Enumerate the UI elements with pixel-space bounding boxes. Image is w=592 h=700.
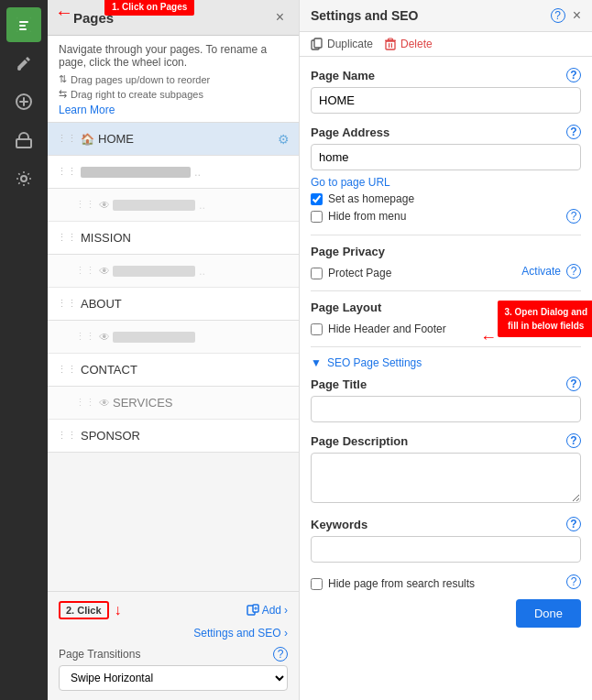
page-privacy-row: Page Privacy Protect Page Activate ? [311, 245, 581, 279]
duplicate-button[interactable]: Duplicate [311, 38, 373, 50]
pages-sidebar-icon[interactable] [6, 7, 41, 42]
page-layout-row: Page Layout Hide Header and Footer ? 3. … [311, 301, 581, 335]
page-description-help[interactable]: ? [566, 433, 581, 448]
activate-link[interactable]: Activate [521, 265, 561, 278]
duplicate-icon [311, 38, 323, 50]
page-item-services[interactable]: ⋮⋮ 👁 SERVICES [48, 387, 299, 420]
settings-header: Settings and SEO ? × [300, 0, 592, 32]
page-name-input[interactable] [311, 87, 581, 114]
transitions-select[interactable]: Swipe Horizontal Fade None [59, 665, 288, 691]
arrow-down-annotation: ↓ [115, 602, 122, 618]
page-name-services: SERVICES [113, 396, 290, 410]
page-description-label: Page Description [311, 434, 408, 448]
page-name-about: ABOUT [81, 297, 290, 311]
hide-menu-checkbox[interactable] [311, 211, 323, 223]
page-item-7[interactable]: ⋮⋮ 👁 [48, 321, 299, 354]
settings-header-right: ? × [551, 7, 581, 24]
hide-search-checkbox[interactable] [311, 578, 323, 590]
page-address-help[interactable]: ? [566, 125, 581, 139]
protect-page-row: Protect Page [311, 267, 391, 279]
footer-actions: 2. Click ↓ Add › [59, 601, 288, 619]
seo-link[interactable]: Settings and SEO › [193, 627, 288, 640]
page-address-options: Go to page URL Set as homepage Hide from… [311, 175, 581, 224]
page-item-2[interactable]: ⋮⋮ .. [48, 156, 299, 189]
keywords-input[interactable] [311, 536, 581, 563]
drag-handle: ⋮⋮ [75, 199, 95, 211]
add-page-icon [247, 604, 259, 617]
delete-button[interactable]: Delete [384, 38, 433, 50]
drag-hint-1: ⇅ Drag pages up/down to reorder [59, 73, 288, 85]
add-page-button[interactable]: Add › [247, 604, 288, 617]
store-sidebar-icon[interactable] [6, 123, 41, 158]
divider-3 [311, 346, 581, 347]
page-item-about[interactable]: ⋮⋮ ABOUT [48, 288, 299, 321]
transitions-help-icon[interactable]: ? [273, 647, 288, 662]
seo-link-section: Settings and SEO › [59, 627, 288, 640]
set-homepage-checkbox[interactable] [311, 193, 323, 205]
page-item-contact[interactable]: ⋮⋮ CONTACT [48, 354, 299, 387]
page-name-help[interactable]: ? [566, 68, 581, 82]
drag-handle: ⋮⋮ [57, 166, 77, 178]
seo-toggle[interactable]: ▼ SEO Page Settings [311, 356, 581, 369]
page-address-input[interactable] [311, 144, 581, 170]
annotation-arrow-3: ← [480, 328, 497, 347]
svg-rect-2 [19, 21, 28, 23]
page-item-sponsor[interactable]: ⋮⋮ SPONSOR [48, 420, 299, 453]
page-title-label-row: Page Title ? [311, 377, 581, 391]
settings-help-icon[interactable]: ? [551, 8, 565, 23]
hide-menu-check-group: Hide from menu [311, 210, 406, 223]
keywords-help[interactable]: ? [566, 517, 581, 531]
go-to-url-link[interactable]: Go to page URL [311, 176, 390, 189]
drag-handle: ⋮⋮ [75, 397, 95, 409]
page-layout-label: Page Layout [311, 301, 381, 314]
pages-close-button[interactable]: × [270, 7, 290, 27]
page-address-label-row: Page Address ? [311, 125, 581, 139]
page-name-blurred-1 [81, 167, 191, 178]
page-item-mission[interactable]: ⋮⋮ MISSION [48, 222, 299, 255]
svg-rect-19 [391, 43, 392, 48]
keywords-row: Keywords ? [311, 517, 581, 563]
page-item-5[interactable]: ⋮⋮ 👁 .. [48, 255, 299, 288]
page-name-label: Page Name [311, 69, 375, 82]
hide-header-footer-checkbox[interactable] [311, 323, 323, 335]
seo-section: ▼ SEO Page Settings Page Title ? Page De… [311, 356, 581, 628]
settings-sidebar-icon[interactable] [6, 161, 41, 196]
svg-rect-21 [389, 38, 393, 40]
settings-close-button[interactable]: × [573, 7, 581, 24]
page-privacy-label: Page Privacy [311, 245, 385, 258]
drag-right-icon: ⇆ [59, 88, 67, 100]
svg-rect-4 [19, 28, 27, 30]
page-ellipsis-1: .. [194, 165, 201, 179]
hide-search-check-group: Hide page from search results [311, 577, 475, 590]
page-title-help[interactable]: ? [566, 377, 581, 391]
page-item-home[interactable]: ⋮⋮ 🏠 HOME ⚙ [48, 123, 299, 156]
hidden-eye-icon-4: 👁 [99, 397, 110, 410]
page-gear-home[interactable]: ⚙ [278, 132, 290, 147]
transitions-label-row: Page Transitions ? [59, 647, 288, 662]
annotation-step2: 2. Click [59, 601, 109, 619]
set-homepage-label: Set as homepage [328, 192, 414, 205]
pages-footer: 2. Click ↓ Add › Settings and SEO › [48, 591, 299, 700]
page-privacy-label-row: Page Privacy [311, 245, 581, 258]
keywords-label-row: Keywords ? [311, 517, 581, 531]
page-title-input[interactable] [311, 396, 581, 422]
page-description-textarea[interactable] [311, 453, 581, 503]
page-name-blurred-2 [113, 200, 195, 211]
privacy-help[interactable]: ? [566, 264, 581, 279]
page-name-label-row: Page Name ? [311, 68, 581, 82]
protect-page-checkbox[interactable] [311, 268, 323, 279]
svg-point-10 [21, 176, 27, 181]
done-button[interactable]: Done [516, 599, 581, 628]
hide-search-help[interactable]: ? [566, 574, 581, 589]
learn-more-link[interactable]: Learn More [59, 104, 115, 116]
svg-rect-16 [314, 38, 322, 48]
annotation-arrow-1: ← [55, 2, 73, 23]
hide-menu-help[interactable]: ? [566, 209, 581, 224]
tools-sidebar-icon[interactable] [6, 46, 41, 81]
page-name-sponsor: SPONSOR [81, 429, 290, 443]
activate-section: Activate ? [521, 264, 581, 279]
add-sidebar-icon[interactable] [6, 84, 41, 119]
page-item-3[interactable]: ⋮⋮ 👁 .. [48, 189, 299, 222]
page-title-label: Page Title [311, 377, 367, 391]
svg-rect-3 [19, 25, 26, 27]
